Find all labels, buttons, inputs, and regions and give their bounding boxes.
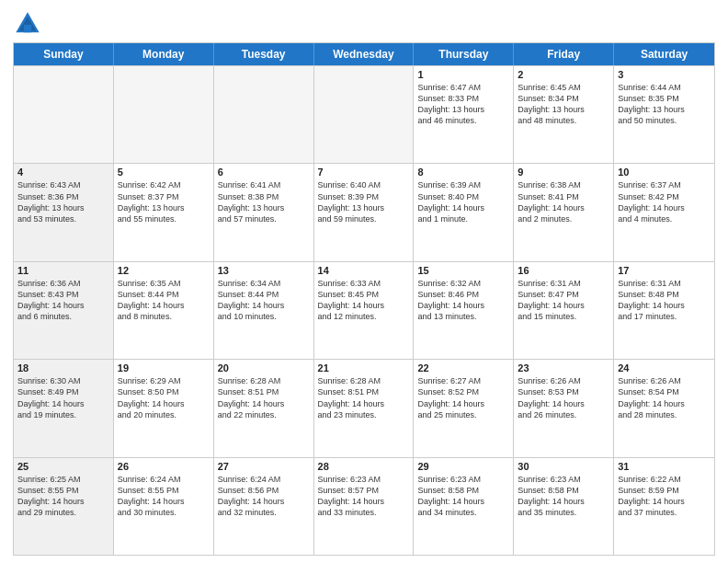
day-info: Sunrise: 6:37 AM Sunset: 8:42 PM Dayligh… xyxy=(618,179,711,224)
calendar-cell: 30Sunrise: 6:23 AM Sunset: 8:58 PM Dayli… xyxy=(514,458,614,555)
calendar-cell xyxy=(114,66,214,163)
day-number: 22 xyxy=(417,362,509,373)
day-number: 15 xyxy=(417,265,509,276)
day-info: Sunrise: 6:28 AM Sunset: 8:51 PM Dayligh… xyxy=(218,375,310,420)
day-info: Sunrise: 6:30 AM Sunset: 8:49 PM Dayligh… xyxy=(17,375,109,420)
day-info: Sunrise: 6:25 AM Sunset: 8:55 PM Dayligh… xyxy=(17,474,109,519)
calendar-cell: 8Sunrise: 6:39 AM Sunset: 8:40 PM Daylig… xyxy=(414,164,514,260)
day-info: Sunrise: 6:39 AM Sunset: 8:40 PM Dayligh… xyxy=(417,179,509,224)
logo-icon xyxy=(13,9,42,39)
day-info: Sunrise: 6:45 AM Sunset: 8:34 PM Dayligh… xyxy=(518,82,609,127)
day-number: 20 xyxy=(218,362,310,373)
calendar-cell: 5Sunrise: 6:42 AM Sunset: 8:37 PM Daylig… xyxy=(114,164,214,260)
calendar-cell: 18Sunrise: 6:30 AM Sunset: 8:49 PM Dayli… xyxy=(14,360,114,456)
day-number: 14 xyxy=(318,265,410,276)
calendar-cell: 11Sunrise: 6:36 AM Sunset: 8:43 PM Dayli… xyxy=(14,262,114,359)
calendar-cell: 26Sunrise: 6:24 AM Sunset: 8:55 PM Dayli… xyxy=(114,458,214,555)
day-number: 7 xyxy=(318,167,410,178)
calendar-cell: 13Sunrise: 6:34 AM Sunset: 8:44 PM Dayli… xyxy=(214,262,314,359)
day-info: Sunrise: 6:32 AM Sunset: 8:46 PM Dayligh… xyxy=(417,278,509,323)
calendar-cell: 28Sunrise: 6:23 AM Sunset: 8:57 PM Dayli… xyxy=(314,458,415,555)
calendar-cell: 7Sunrise: 6:40 AM Sunset: 8:39 PM Daylig… xyxy=(314,164,415,260)
day-info: Sunrise: 6:47 AM Sunset: 8:33 PM Dayligh… xyxy=(417,82,509,127)
day-info: Sunrise: 6:29 AM Sunset: 8:50 PM Dayligh… xyxy=(118,375,210,420)
day-number: 23 xyxy=(518,362,609,373)
day-number: 21 xyxy=(318,362,410,373)
day-info: Sunrise: 6:41 AM Sunset: 8:38 PM Dayligh… xyxy=(218,179,310,224)
calendar-cell: 22Sunrise: 6:27 AM Sunset: 8:52 PM Dayli… xyxy=(414,360,514,456)
day-info: Sunrise: 6:23 AM Sunset: 8:57 PM Dayligh… xyxy=(318,474,410,519)
day-number: 29 xyxy=(417,461,509,472)
svg-rect-2 xyxy=(24,25,31,32)
day-info: Sunrise: 6:28 AM Sunset: 8:51 PM Dayligh… xyxy=(318,375,410,420)
day-number: 30 xyxy=(518,461,609,472)
day-number: 5 xyxy=(118,167,210,178)
calendar: SundayMondayTuesdayWednesdayThursdayFrid… xyxy=(13,42,715,556)
calendar-header-sunday: Sunday xyxy=(14,43,114,65)
day-info: Sunrise: 6:26 AM Sunset: 8:54 PM Dayligh… xyxy=(618,375,711,420)
calendar-week-1: 1Sunrise: 6:47 AM Sunset: 8:33 PM Daylig… xyxy=(14,65,714,163)
day-number: 1 xyxy=(417,69,509,80)
day-info: Sunrise: 6:40 AM Sunset: 8:39 PM Dayligh… xyxy=(318,179,410,224)
day-number: 4 xyxy=(17,167,109,178)
logo xyxy=(13,9,46,39)
calendar-cell: 29Sunrise: 6:23 AM Sunset: 8:58 PM Dayli… xyxy=(414,458,514,555)
page: SundayMondayTuesdayWednesdayThursdayFrid… xyxy=(0,0,728,563)
calendar-cell: 1Sunrise: 6:47 AM Sunset: 8:33 PM Daylig… xyxy=(414,66,514,163)
calendar-cell xyxy=(14,66,114,163)
day-info: Sunrise: 6:24 AM Sunset: 8:56 PM Dayligh… xyxy=(218,474,310,519)
calendar-week-3: 11Sunrise: 6:36 AM Sunset: 8:43 PM Dayli… xyxy=(14,261,714,359)
calendar-cell: 15Sunrise: 6:32 AM Sunset: 8:46 PM Dayli… xyxy=(414,262,514,359)
day-info: Sunrise: 6:31 AM Sunset: 8:48 PM Dayligh… xyxy=(618,278,711,323)
calendar-cell: 14Sunrise: 6:33 AM Sunset: 8:45 PM Dayli… xyxy=(314,262,415,359)
day-info: Sunrise: 6:24 AM Sunset: 8:55 PM Dayligh… xyxy=(118,474,210,519)
day-number: 13 xyxy=(218,265,310,276)
day-number: 9 xyxy=(518,167,609,178)
day-number: 10 xyxy=(618,167,711,178)
calendar-week-5: 25Sunrise: 6:25 AM Sunset: 8:55 PM Dayli… xyxy=(14,457,714,555)
day-number: 17 xyxy=(618,265,711,276)
day-info: Sunrise: 6:42 AM Sunset: 8:37 PM Dayligh… xyxy=(118,179,210,224)
calendar-cell: 6Sunrise: 6:41 AM Sunset: 8:38 PM Daylig… xyxy=(214,164,314,260)
calendar-cell: 19Sunrise: 6:29 AM Sunset: 8:50 PM Dayli… xyxy=(114,360,214,456)
day-number: 27 xyxy=(218,461,310,472)
day-number: 25 xyxy=(17,461,109,472)
day-number: 11 xyxy=(17,265,109,276)
calendar-header-row: SundayMondayTuesdayWednesdayThursdayFrid… xyxy=(14,43,714,65)
calendar-header-monday: Monday xyxy=(114,43,214,65)
day-info: Sunrise: 6:36 AM Sunset: 8:43 PM Dayligh… xyxy=(17,278,109,323)
day-info: Sunrise: 6:26 AM Sunset: 8:53 PM Dayligh… xyxy=(518,375,609,420)
day-number: 2 xyxy=(518,69,609,80)
calendar-cell: 12Sunrise: 6:35 AM Sunset: 8:44 PM Dayli… xyxy=(114,262,214,359)
day-info: Sunrise: 6:27 AM Sunset: 8:52 PM Dayligh… xyxy=(417,375,509,420)
calendar-cell: 3Sunrise: 6:44 AM Sunset: 8:35 PM Daylig… xyxy=(614,66,714,163)
calendar-header-friday: Friday xyxy=(514,43,614,65)
calendar-cell: 16Sunrise: 6:31 AM Sunset: 8:47 PM Dayli… xyxy=(514,262,614,359)
day-info: Sunrise: 6:43 AM Sunset: 8:36 PM Dayligh… xyxy=(17,179,109,224)
calendar-header-saturday: Saturday xyxy=(614,43,714,65)
day-number: 19 xyxy=(118,362,210,373)
day-number: 12 xyxy=(118,265,210,276)
day-number: 8 xyxy=(417,167,509,178)
calendar-cell: 27Sunrise: 6:24 AM Sunset: 8:56 PM Dayli… xyxy=(214,458,314,555)
calendar-cell: 24Sunrise: 6:26 AM Sunset: 8:54 PM Dayli… xyxy=(614,360,714,456)
calendar-cell: 4Sunrise: 6:43 AM Sunset: 8:36 PM Daylig… xyxy=(14,164,114,260)
day-info: Sunrise: 6:22 AM Sunset: 8:59 PM Dayligh… xyxy=(618,474,711,519)
day-info: Sunrise: 6:35 AM Sunset: 8:44 PM Dayligh… xyxy=(118,278,210,323)
day-info: Sunrise: 6:23 AM Sunset: 8:58 PM Dayligh… xyxy=(417,474,509,519)
day-info: Sunrise: 6:34 AM Sunset: 8:44 PM Dayligh… xyxy=(218,278,310,323)
calendar-body: 1Sunrise: 6:47 AM Sunset: 8:33 PM Daylig… xyxy=(14,65,714,555)
day-info: Sunrise: 6:44 AM Sunset: 8:35 PM Dayligh… xyxy=(618,82,711,127)
day-number: 28 xyxy=(318,461,410,472)
calendar-cell: 23Sunrise: 6:26 AM Sunset: 8:53 PM Dayli… xyxy=(514,360,614,456)
calendar-header-thursday: Thursday xyxy=(414,43,514,65)
calendar-cell: 10Sunrise: 6:37 AM Sunset: 8:42 PM Dayli… xyxy=(614,164,714,260)
day-number: 31 xyxy=(618,461,711,472)
day-number: 16 xyxy=(518,265,609,276)
calendar-cell: 31Sunrise: 6:22 AM Sunset: 8:59 PM Dayli… xyxy=(614,458,714,555)
calendar-week-2: 4Sunrise: 6:43 AM Sunset: 8:36 PM Daylig… xyxy=(14,163,714,260)
day-info: Sunrise: 6:38 AM Sunset: 8:41 PM Dayligh… xyxy=(518,179,609,224)
calendar-cell xyxy=(314,66,415,163)
calendar-cell: 21Sunrise: 6:28 AM Sunset: 8:51 PM Dayli… xyxy=(314,360,415,456)
calendar-week-4: 18Sunrise: 6:30 AM Sunset: 8:49 PM Dayli… xyxy=(14,359,714,456)
